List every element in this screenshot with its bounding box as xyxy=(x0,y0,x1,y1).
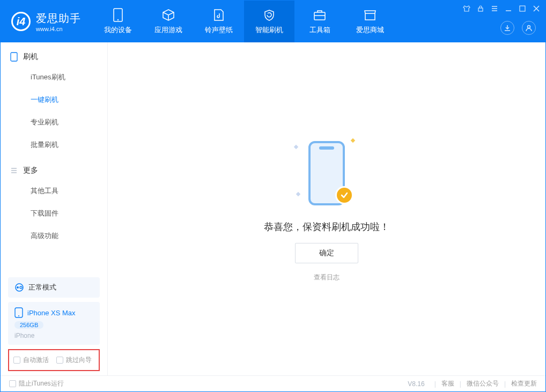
sidebar-item-batch-flash[interactable]: 批量刷机 xyxy=(1,134,107,156)
list-icon xyxy=(10,167,18,174)
sidebar-item-oneclick-flash[interactable]: 一键刷机 xyxy=(1,88,107,111)
music-file-icon xyxy=(212,8,226,22)
success-illustration xyxy=(294,136,359,211)
window-controls xyxy=(463,5,540,12)
app-name: 爱思助手 xyxy=(36,11,81,26)
svg-rect-2 xyxy=(314,12,325,20)
device-phone-icon xyxy=(14,307,23,318)
flash-options-highlight: 自动激活 跳过向导 xyxy=(8,349,100,371)
tab-my-device[interactable]: 我的设备 xyxy=(93,1,143,42)
sidebar-group-flash: 刷机 xyxy=(1,42,107,66)
version-label: V8.16 xyxy=(408,380,424,388)
separator: | xyxy=(504,380,506,388)
checkbox-icon xyxy=(9,380,16,387)
device-storage: 256GB xyxy=(14,321,43,329)
close-icon[interactable] xyxy=(533,5,540,12)
checkbox-block-itunes[interactable]: 阻止iTunes运行 xyxy=(9,379,64,388)
device-icon xyxy=(111,8,125,22)
checkbox-icon xyxy=(13,357,20,364)
checkbox-icon xyxy=(56,357,63,364)
download-icon[interactable] xyxy=(500,21,514,35)
sidebar: 刷机 iTunes刷机 一键刷机 专业刷机 批量刷机 更多 其他工具 下载固件 … xyxy=(1,42,108,375)
shirt-icon[interactable] xyxy=(463,5,470,12)
link-support[interactable]: 客服 xyxy=(441,379,454,388)
tab-flash[interactable]: 智能刷机 xyxy=(244,1,294,42)
svg-rect-6 xyxy=(11,53,17,61)
link-update[interactable]: 检查更新 xyxy=(511,379,537,388)
device-mode[interactable]: 正常模式 xyxy=(8,277,100,298)
tab-label: 爱思商城 xyxy=(356,25,384,35)
device-name: iPhone XS Max xyxy=(27,309,76,317)
checkbox-label: 跳过向导 xyxy=(66,356,92,365)
tab-label: 铃声壁纸 xyxy=(205,25,233,35)
separator: | xyxy=(434,380,436,388)
logo-icon: i4 xyxy=(11,12,31,31)
minimize-icon[interactable] xyxy=(505,5,512,12)
app-header: i4 爱思助手 www.i4.cn 我的设备 应用游戏 铃声壁纸 智能刷机 工具… xyxy=(1,1,545,42)
group-title: 刷机 xyxy=(23,52,38,62)
checkbox-label: 阻止iTunes运行 xyxy=(19,379,64,388)
tab-toolbox[interactable]: 工具箱 xyxy=(294,1,345,42)
checkbox-label: 自动激活 xyxy=(23,356,49,365)
app-logo: i4 爱思助手 www.i4.cn xyxy=(1,1,93,42)
sparkle-icon xyxy=(294,145,298,149)
ok-button[interactable]: 确定 xyxy=(295,243,358,263)
tab-label: 我的设备 xyxy=(104,25,132,35)
view-log-link[interactable]: 查看日志 xyxy=(314,273,340,282)
lock-icon[interactable] xyxy=(477,5,484,12)
header-actions xyxy=(500,21,536,35)
sidebar-item-other-tools[interactable]: 其他工具 xyxy=(1,180,107,202)
cube-icon xyxy=(161,8,175,22)
user-icon[interactable] xyxy=(522,21,536,35)
sidebar-item-download-firmware[interactable]: 下载固件 xyxy=(1,202,107,225)
refresh-shield-icon xyxy=(262,8,276,22)
status-bar: 阻止iTunes运行 V8.16 | 客服 | 微信公众号 | 检查更新 xyxy=(1,375,545,391)
link-wechat[interactable]: 微信公众号 xyxy=(467,379,499,388)
sidebar-item-itunes-flash[interactable]: iTunes刷机 xyxy=(1,66,107,88)
sidebar-item-pro-flash[interactable]: 专业刷机 xyxy=(1,111,107,134)
svg-rect-3 xyxy=(478,8,483,11)
main-tabs: 我的设备 应用游戏 铃声壁纸 智能刷机 工具箱 爱思商城 xyxy=(93,1,395,42)
sparkle-icon xyxy=(351,138,355,143)
phone-outline-icon xyxy=(10,52,18,62)
mode-label: 正常模式 xyxy=(28,283,56,292)
device-type: iPhone xyxy=(14,332,34,339)
sidebar-item-advanced[interactable]: 高级功能 xyxy=(1,225,107,247)
tab-label: 应用游戏 xyxy=(154,25,182,35)
store-icon xyxy=(363,8,377,22)
device-card[interactable]: iPhone XS Max 256GB iPhone xyxy=(8,302,100,345)
separator: | xyxy=(460,380,461,388)
menu-icon[interactable] xyxy=(491,5,498,12)
group-title: 更多 xyxy=(23,166,38,175)
svg-rect-4 xyxy=(520,6,525,11)
tab-store[interactable]: 爱思商城 xyxy=(345,1,395,42)
briefcase-icon xyxy=(313,8,327,22)
checkmark-badge-icon xyxy=(335,186,353,204)
svg-point-11 xyxy=(18,315,19,316)
tab-label: 智能刷机 xyxy=(255,25,283,35)
checkbox-auto-activate[interactable]: 自动激活 xyxy=(13,356,49,365)
svg-point-9 xyxy=(20,286,22,289)
sidebar-group-more: 更多 xyxy=(1,156,107,180)
success-message: 恭喜您，保资料刷机成功啦！ xyxy=(264,220,389,233)
tab-label: 工具箱 xyxy=(309,25,330,35)
tab-apps[interactable]: 应用游戏 xyxy=(143,1,194,42)
mode-icon xyxy=(14,283,24,292)
svg-point-5 xyxy=(528,26,530,28)
svg-point-1 xyxy=(117,19,119,20)
maximize-icon[interactable] xyxy=(519,5,526,12)
sparkle-icon xyxy=(296,192,300,196)
app-url: www.i4.cn xyxy=(36,26,81,32)
checkbox-skip-guide[interactable]: 跳过向导 xyxy=(56,356,92,365)
svg-point-8 xyxy=(17,286,19,289)
tab-ringtones[interactable]: 铃声壁纸 xyxy=(194,1,244,42)
main-content: 恭喜您，保资料刷机成功啦！ 确定 查看日志 xyxy=(108,42,545,375)
